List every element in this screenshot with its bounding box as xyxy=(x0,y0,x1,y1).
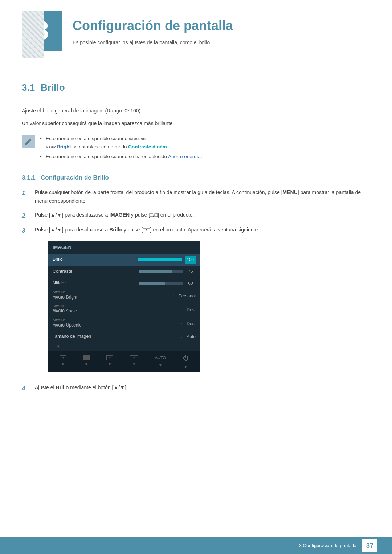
osd-title-bar: IMAGEN xyxy=(48,241,200,254)
subsection-title: Configuración de Brillo xyxy=(41,174,109,181)
section-heading: 3.1 Brillo xyxy=(22,80,370,99)
subsection-heading: 3.1.1 Configuración de Brillo xyxy=(22,173,370,182)
step-number-2: 2 xyxy=(22,211,30,221)
osd-value-magic-angle: : Des. xyxy=(100,306,196,314)
step-text-1: Pulse cualquier botón de la parte fronta… xyxy=(35,188,370,206)
osd-bar-fill-nitidez xyxy=(139,282,165,285)
osd-auto-button: AUTO ▼ xyxy=(155,354,166,368)
osd-bottom-bar: ◄ ▼ — ▼ xyxy=(48,351,200,372)
osd-label-magic-upscale: SAMSUNG MAGIC Upscale xyxy=(53,319,100,329)
osd-value-tamano: : Auto xyxy=(100,333,196,341)
steps-list: 1 Pulse cualquier botón de la parte fron… xyxy=(22,188,370,393)
osd-label-magic-bright: SAMSUNG MAGIC Bright xyxy=(53,291,100,301)
diagonal-bg xyxy=(22,11,44,58)
note-item-2: Este menú no está disponible cuando se h… xyxy=(40,153,202,161)
osd-value-nitidez: 60 xyxy=(100,279,196,287)
osd-label-magic-angle: SAMSUNG MAGIC Angle xyxy=(53,305,100,315)
osd-text-magic-angle: Des. xyxy=(187,306,196,313)
step-text-4: Ajuste el Brillo mediante el botón [▲/▼]… xyxy=(35,383,370,392)
footer-section-label: 3 Configuración de pantalla xyxy=(299,542,356,550)
osd-number-nitidez: 60 xyxy=(185,279,196,287)
osd-bottom-enter-icon: ↵ ▼ xyxy=(130,355,138,367)
note-item-1: Este menú no está disponible cuando SAMS… xyxy=(40,135,202,151)
osd-auto-text: AUTO xyxy=(155,354,166,361)
osd-label-brillo: Brillo xyxy=(53,256,100,263)
osd-text-magic-bright: Personal xyxy=(179,292,196,300)
osd-row-contraste: Contraste 75 xyxy=(48,266,200,277)
osd-row-tamano: Tamaño de imagen : Auto xyxy=(48,331,200,342)
chapter-title: Configuración de pantalla xyxy=(73,15,233,36)
section-description2: Un valor superior conseguirá que la imag… xyxy=(22,119,370,128)
subsection-number: 3.1.1 xyxy=(22,174,36,181)
step-text-3: Pulse [▲/▼] para desplazarse a Brillo y … xyxy=(35,226,370,378)
note-box: Este menú no está disponible cuando SAMS… xyxy=(22,135,370,163)
section-number: 3.1 xyxy=(22,80,35,95)
osd-menu: IMAGEN Brillo 100 xyxy=(48,241,200,372)
main-content: 3.1 Brillo Ajuste el brillo general de l… xyxy=(0,62,392,427)
note-content: Este menú no está disponible cuando SAMS… xyxy=(40,135,202,163)
osd-label-contraste: Contraste xyxy=(53,268,100,275)
step-3: 3 Pulse [▲/▼] para desplazarse a Brillo … xyxy=(22,226,370,378)
step-2: 2 Pulse [▲/▼] para desplazarse a IMAGEN … xyxy=(22,211,370,221)
osd-bar-brillo xyxy=(138,258,182,261)
osd-bottom-minus-icon: — ▼ xyxy=(83,355,90,367)
osd-row-magic-upscale: SAMSUNG MAGIC Upscale : Des. xyxy=(48,317,200,331)
osd-value-magic-bright: : Personal xyxy=(100,292,196,300)
osd-more-indicator: ▼ xyxy=(48,342,200,351)
step-text-2: Pulse [▲/▼] para desplazarse a IMAGEN y … xyxy=(35,211,370,219)
osd-text-magic-upscale: Des. xyxy=(187,320,196,327)
step-4: 4 Ajuste el Brillo mediante el botón [▲/… xyxy=(22,383,370,393)
step-number-4: 4 xyxy=(22,383,30,393)
osd-bar-contraste xyxy=(139,270,183,273)
pencil-icon xyxy=(24,138,32,146)
osd-bar-fill-contraste xyxy=(139,270,172,273)
footer-page-number: 37 xyxy=(362,539,377,553)
osd-power-icon: ⏻ ▼ xyxy=(183,353,189,370)
osd-row-nitidez: Nitidez 60 xyxy=(48,278,200,289)
step-1: 1 Pulse cualquier botón de la parte fron… xyxy=(22,188,370,206)
osd-text-tamano: Auto xyxy=(187,333,196,340)
osd-bottom-plus-icon: + ▼ xyxy=(106,355,113,367)
osd-bar-fill-brillo xyxy=(138,258,182,261)
osd-bottom-back-icon: ◄ ▼ xyxy=(60,355,66,367)
osd-row-brillo: Brillo 100 xyxy=(48,254,200,266)
osd-row-magic-bright: SAMSUNG MAGIC Bright : Personal xyxy=(48,289,200,303)
chapter-subtitle: Es posible configurar los ajustes de la … xyxy=(73,38,233,46)
osd-value-magic-upscale: : Des. xyxy=(100,320,196,328)
chapter-title-block: Configuración de pantalla Es posible con… xyxy=(73,15,233,46)
osd-screenshot: IMAGEN Brillo 100 xyxy=(48,241,200,372)
section-title: Brillo xyxy=(41,80,65,95)
step-number-1: 1 xyxy=(22,188,30,198)
osd-number-contraste: 75 xyxy=(185,267,196,275)
osd-bar-nitidez xyxy=(139,282,183,285)
osd-number-brillo: 100 xyxy=(185,256,196,264)
page-footer: 3 Configuración de pantalla 37 xyxy=(0,537,392,554)
osd-value-brillo: 100 xyxy=(100,256,196,264)
section-description1: Ajuste el brillo general de la imagen. (… xyxy=(22,107,370,115)
osd-label-tamano: Tamaño de imagen xyxy=(53,333,100,340)
osd-value-contraste: 75 xyxy=(100,267,196,275)
osd-row-magic-angle: SAMSUNG MAGIC Angle : Des. xyxy=(48,303,200,317)
osd-label-nitidez: Nitidez xyxy=(53,279,100,287)
note-icon xyxy=(22,135,35,148)
chapter-header: 3 Configuración de pantalla Es posible c… xyxy=(0,0,392,58)
step-number-3: 3 xyxy=(22,226,30,235)
